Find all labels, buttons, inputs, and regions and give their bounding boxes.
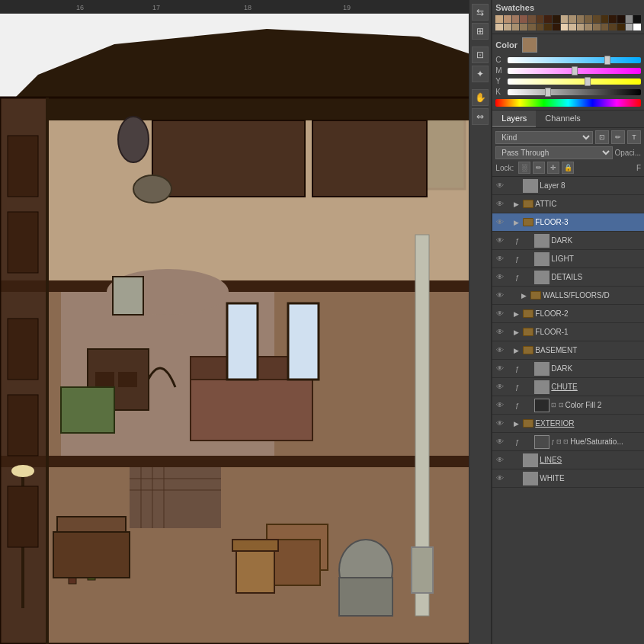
color-preview[interactable]: [522, 37, 537, 53]
layer-item[interactable]: 👁ƒDARK: [492, 232, 644, 250]
swatch[interactable]: [593, 15, 601, 23]
lock-transparent-btn[interactable]: ░: [518, 162, 530, 174]
layer-visibility-icon[interactable]: 👁: [494, 253, 506, 265]
color-slider-k[interactable]: [508, 89, 641, 95]
layer-item[interactable]: 👁ƒDETAILS: [492, 268, 644, 287]
swatch[interactable]: [585, 15, 592, 23]
layer-visibility-icon[interactable]: 👁: [494, 180, 506, 192]
toolbar-btn-5[interactable]: ✋: [472, 89, 489, 106]
svg-point-51: [118, 117, 149, 162]
lock-position-btn[interactable]: ✛: [547, 162, 559, 174]
toolbar-btn-6[interactable]: ⇔: [472, 108, 489, 125]
swatch[interactable]: [561, 15, 569, 23]
swatch[interactable]: [553, 24, 560, 31]
lock-all-btn[interactable]: 🔒: [562, 162, 574, 174]
color-slider-m[interactable]: [508, 68, 641, 74]
layer-item[interactable]: 👁ƒCHUTE: [492, 378, 644, 396]
swatch[interactable]: [609, 24, 617, 31]
swatch[interactable]: [617, 24, 625, 31]
swatch[interactable]: [495, 15, 503, 23]
swatch[interactable]: [617, 15, 625, 23]
blend-mode-select[interactable]: Pass Through Normal Multiply Screen: [495, 146, 612, 159]
swatch[interactable]: [569, 15, 576, 23]
swatch[interactable]: [520, 15, 527, 23]
layer-special-icon: ƒ: [515, 274, 519, 281]
layer-visibility-icon[interactable]: 👁: [494, 326, 506, 338]
layer-visibility-icon[interactable]: 👁: [494, 344, 506, 357]
layer-item[interactable]: 👁ƒLIGHT: [492, 250, 644, 268]
swatch[interactable]: [495, 24, 503, 31]
swatch[interactable]: [626, 15, 633, 23]
swatch[interactable]: [585, 24, 592, 31]
layer-item[interactable]: 👁▶WALLS/FLOORS/D: [492, 287, 644, 305]
swatch[interactable]: [537, 24, 544, 31]
layer-visibility-icon[interactable]: 👁: [494, 418, 506, 430]
layer-item[interactable]: 👁ƒDARK: [492, 360, 644, 378]
swatch[interactable]: [544, 15, 552, 23]
swatch[interactable]: [633, 24, 641, 31]
swatch[interactable]: [633, 15, 641, 23]
toolbar-btn-1[interactable]: ⇆: [472, 4, 489, 21]
layers-text-icon[interactable]: T: [627, 130, 641, 144]
layers-brush-icon[interactable]: ✏: [611, 130, 625, 144]
swatch[interactable]: [528, 15, 536, 23]
layer-item[interactable]: 👁▶ATTIC: [492, 195, 644, 213]
layers-list[interactable]: 👁Layer 8👁▶ATTIC👁▶FLOOR-3👁ƒDARK👁ƒLIGHT👁ƒD…: [492, 177, 644, 644]
swatch[interactable]: [504, 15, 511, 23]
layer-visibility-icon[interactable]: 👁: [494, 290, 506, 302]
layer-visibility-icon[interactable]: 👁: [494, 454, 506, 466]
layer-name-text: Hue/Saturatio...: [570, 437, 642, 446]
swatch[interactable]: [577, 15, 585, 23]
layer-item[interactable]: 👁▶FLOOR-1: [492, 323, 644, 341]
layer-visibility-icon[interactable]: 👁: [494, 271, 506, 284]
lock-image-btn[interactable]: ✏: [533, 162, 545, 174]
folder-icon: [530, 291, 541, 300]
layer-visibility-icon[interactable]: 👁: [494, 216, 506, 229]
layer-visibility-icon[interactable]: 👁: [494, 235, 506, 247]
color-slider-c[interactable]: [508, 57, 641, 63]
layer-visibility-icon[interactable]: 👁: [494, 363, 506, 375]
layer-visibility-icon[interactable]: 👁: [494, 308, 506, 320]
layer-visibility-icon[interactable]: 👁: [494, 473, 506, 485]
layer-visibility-icon[interactable]: 👁: [494, 381, 506, 393]
layer-item[interactable]: 👁ƒ⊡ ⊡Color Fill 2: [492, 396, 644, 415]
swatch[interactable]: [537, 15, 544, 23]
swatch[interactable]: [528, 24, 536, 31]
layer-visibility-icon[interactable]: 👁: [494, 198, 506, 210]
swatch[interactable]: [512, 24, 520, 31]
layer-visibility-icon[interactable]: 👁: [494, 436, 506, 448]
color-slider-y[interactable]: [508, 78, 641, 85]
layer-item[interactable]: 👁▶FLOOR-2: [492, 305, 644, 323]
canvas-content[interactable]: [0, 14, 469, 644]
layers-filter-icon[interactable]: ⊡: [595, 130, 609, 144]
toolbar-btn-3[interactable]: ⊡: [472, 46, 489, 63]
toolbar-btn-4[interactable]: ✦: [472, 66, 489, 82]
ruler-mark-19: 19: [343, 4, 351, 11]
layer-item[interactable]: 👁WHITE: [492, 469, 644, 488]
layer-item[interactable]: 👁▶EXTERIOR: [492, 415, 644, 433]
kind-select[interactable]: Kind: [495, 131, 593, 144]
swatch[interactable]: [569, 24, 576, 31]
swatch[interactable]: [593, 24, 601, 31]
swatch[interactable]: [553, 15, 560, 23]
tab-channels[interactable]: Channels: [536, 111, 589, 127]
layer-item[interactable]: 👁▶FLOOR-3: [492, 213, 644, 232]
swatch[interactable]: [561, 24, 569, 31]
swatch[interactable]: [577, 24, 585, 31]
swatch[interactable]: [601, 24, 609, 31]
hue-bar[interactable]: [495, 99, 641, 107]
layer-item[interactable]: 👁▶BASEMENT: [492, 341, 644, 360]
swatch[interactable]: [544, 24, 552, 31]
toolbar-btn-2[interactable]: ⊞: [472, 23, 489, 40]
layer-item[interactable]: 👁ƒƒ ⊡ ⊡Hue/Saturatio...: [492, 433, 644, 451]
swatch[interactable]: [504, 24, 511, 31]
swatch[interactable]: [512, 15, 520, 23]
swatch[interactable]: [520, 24, 527, 31]
swatch[interactable]: [601, 15, 609, 23]
layer-item[interactable]: 👁LINES: [492, 451, 644, 469]
layer-visibility-icon[interactable]: 👁: [494, 399, 506, 412]
swatch[interactable]: [626, 24, 633, 31]
swatch[interactable]: [609, 15, 617, 23]
layer-item[interactable]: 👁Layer 8: [492, 177, 644, 195]
tab-layers[interactable]: Layers: [492, 111, 536, 127]
